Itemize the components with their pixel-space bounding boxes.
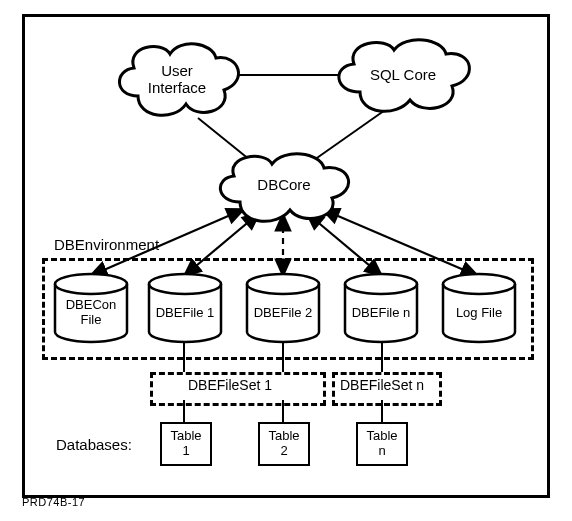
label-dbenvironment: DBEnvironment <box>54 236 159 253</box>
cylinder-logfile-label: Log File <box>440 306 518 321</box>
cylinder-dbefile1-label: DBEFile 1 <box>146 306 224 321</box>
label-dbefilesetn: DBEFileSet n <box>340 377 424 393</box>
cylinder-dbefile2-label: DBEFile 2 <box>244 306 322 321</box>
cloud-user-interface: User Interface <box>108 34 246 124</box>
label-dbefileset1: DBEFileSet 1 <box>188 377 272 393</box>
cylinder-dbefilen: DBEFile n <box>342 272 420 344</box>
box-table-n: Table n <box>356 422 408 466</box>
cloud-user-interface-label: User Interface <box>108 62 246 97</box>
diagram-root: User Interface SQL Core DBCore DBEnviron… <box>0 0 572 521</box>
cylinder-dbefile2: DBEFile 2 <box>244 272 322 344</box>
cylinder-logfile: Log File <box>440 272 518 344</box>
cylinder-dbefilen-label: DBEFile n <box>342 306 420 321</box>
label-databases: Databases: <box>56 436 132 453</box>
cloud-sql-core-label: SQL Core <box>328 66 478 83</box>
box-table-2: Table 2 <box>258 422 310 466</box>
box-table-1: Table 1 <box>160 422 212 466</box>
figure-caption: PRD74B-17 <box>22 496 85 508</box>
cylinder-dbefile1: DBEFile 1 <box>146 272 224 344</box>
cylinder-dbecon-label: DBECon File <box>52 298 130 328</box>
cloud-dbcore: DBCore <box>210 148 358 226</box>
cylinder-dbecon-file: DBECon File <box>52 272 130 344</box>
cloud-sql-core: SQL Core <box>328 32 478 118</box>
cloud-dbcore-label: DBCore <box>210 176 358 193</box>
